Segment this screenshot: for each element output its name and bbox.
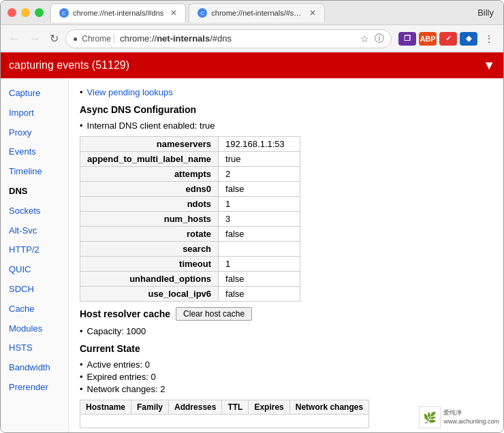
ext-icon-abp[interactable]: ABP: [419, 32, 437, 46]
table-row: ndots1: [80, 197, 300, 212]
dns-value: 1: [219, 257, 300, 272]
dns-value: 1: [219, 197, 300, 212]
sidebar-item-altsvc[interactable]: Alt-Svc: [1, 221, 68, 241]
brand-text: Chrome: [82, 34, 114, 44]
dns-key: rotate: [80, 227, 219, 242]
table-row: attempts2: [80, 167, 300, 182]
view-pending-item: • View pending lookups: [80, 87, 492, 97]
dns-key: use_local_ipv6: [80, 287, 219, 302]
dns-key: edns0: [80, 182, 219, 197]
content-area: • View pending lookups Async DNS Configu…: [69, 78, 503, 433]
bullet: •: [80, 384, 83, 394]
dns-key: timeout: [80, 257, 219, 272]
sidebar-item-events[interactable]: Events: [1, 142, 68, 162]
url-path: /#dns: [210, 33, 232, 44]
ext-icon-4[interactable]: ◆: [460, 32, 477, 46]
back-button[interactable]: ←: [6, 31, 22, 46]
dns-key: unhandled_options: [80, 272, 219, 287]
tab-title-dns: chrome://net-internals/#dns: [73, 9, 163, 17]
host-resolver-label: Host resolver cache: [80, 308, 170, 319]
nc-header: Family: [131, 400, 169, 415]
banner-arrow[interactable]: ▼: [483, 59, 495, 73]
view-pending-link[interactable]: View pending lookups: [87, 87, 173, 97]
table-row: num_hosts3: [80, 212, 300, 227]
table-row: nameservers192.168.1.1:53: [80, 137, 300, 152]
capacity-text: Capacity: 1000: [87, 326, 146, 336]
table-row: unhandled_optionsfalse: [80, 272, 300, 287]
ext-icon-3[interactable]: ✓: [439, 32, 457, 46]
forward-button[interactable]: →: [27, 31, 43, 46]
dns-key: num_hosts: [80, 212, 219, 227]
browser-window: C chrome://net-internals/#dns ✕ C chrome…: [0, 0, 504, 433]
sidebar-item-sdch[interactable]: SDCH: [1, 280, 68, 300]
bullet-2: •: [80, 121, 83, 131]
nc-header: Network changes: [289, 400, 368, 415]
sidebar-item-bandwidth[interactable]: Bandwidth: [1, 358, 68, 378]
sidebar-item-proxy[interactable]: Proxy: [1, 123, 68, 143]
star-icon[interactable]: ☆: [360, 33, 369, 44]
sidebar-item-import[interactable]: Import: [1, 103, 68, 123]
dns-value: 192.168.1.1:53: [219, 137, 300, 152]
sidebar-item-dns[interactable]: DNS: [1, 182, 68, 202]
window-buttons: [7, 8, 44, 17]
tab-dns[interactable]: C chrome://net-internals/#dns ✕: [50, 3, 186, 22]
tabs-bar: C chrome://net-internals/#dns ✕ C chrome…: [50, 3, 477, 22]
dns-value: false: [219, 272, 300, 287]
dns-value: false: [219, 287, 300, 302]
sidebar-item-quic[interactable]: QUIC: [1, 260, 68, 280]
nc-header: Expires: [249, 400, 289, 415]
minimize-button[interactable]: [21, 8, 30, 17]
maximize-button[interactable]: [35, 8, 44, 17]
close-button[interactable]: [7, 8, 16, 17]
sidebar-item-hsts[interactable]: HSTS: [1, 338, 68, 358]
dns-value: false: [219, 182, 300, 197]
sidebar-item-timeline[interactable]: Timeline: [1, 162, 68, 182]
ext-icon-1[interactable]: ❒: [398, 32, 416, 46]
internal-dns-text: Internal DNS client enabled: true: [87, 121, 215, 131]
list-item: •Expired entries: 0: [80, 372, 492, 382]
host-resolver-cache-row: Host resolver cache Clear host cache: [80, 307, 492, 321]
dns-value: true: [219, 152, 300, 167]
table-row: search: [80, 242, 300, 257]
async-dns-title: Async DNS Configuration: [80, 104, 492, 115]
state-item-text: Network changes: 2: [87, 384, 166, 394]
user-name: Billy: [477, 7, 497, 18]
watermark-text: 爱纯净 www.aichunling.com: [443, 408, 499, 426]
address-input[interactable]: ● Chrome chrome://net-internals/#dns ☆ ⓘ: [65, 29, 392, 48]
title-bar: C chrome://net-internals/#dns ✕ C chrome…: [1, 1, 503, 25]
tab-close-sockets[interactable]: ✕: [309, 8, 316, 18]
nc-header: Addresses: [169, 400, 222, 415]
nc-header: Hostname: [80, 400, 131, 415]
table-row: append_to_multi_label_nametrue: [80, 152, 300, 167]
sidebar-item-sockets[interactable]: Sockets: [1, 202, 68, 221]
tab-close-dns[interactable]: ✕: [170, 8, 177, 18]
url-scheme: chrome://: [120, 33, 157, 44]
dns-key: nameservers: [80, 137, 219, 152]
sidebar-item-modules[interactable]: Modules: [1, 319, 68, 339]
dns-key: search: [80, 242, 219, 257]
dns-value: [219, 242, 300, 257]
tab-sockets[interactable]: C chrome://net-internals/#socke... ✕: [189, 3, 325, 22]
sidebar-item-http2[interactable]: HTTP/2: [1, 240, 68, 260]
state-item-text: Expired entries: 0: [87, 372, 156, 382]
more-button[interactable]: ⋮: [480, 30, 498, 48]
clear-host-cache-button[interactable]: Clear host cache: [176, 307, 252, 321]
dns-value: false: [219, 227, 300, 242]
table-row: timeout1: [80, 257, 300, 272]
sidebar-item-prerender[interactable]: Prerender: [1, 378, 68, 398]
info-icon[interactable]: ⓘ: [375, 33, 384, 45]
table-row: edns0false: [80, 182, 300, 197]
network-changes-table: HostnameFamilyAddressesTTLExpiresNetwork…: [80, 400, 369, 428]
sidebar-item-capture[interactable]: Capture: [1, 84, 68, 103]
watermark: 🌿 爱纯净 www.aichunling.com: [419, 406, 499, 428]
sidebar-item-cache[interactable]: Cache: [1, 300, 68, 319]
table-row: rotatefalse: [80, 227, 300, 242]
address-icons: ☆ ⓘ: [360, 33, 384, 45]
reload-button[interactable]: ↻: [47, 31, 61, 46]
toolbar-icons: ❒ ABP ✓ ◆ ⋮: [398, 30, 498, 48]
bullet-3: •: [80, 326, 83, 336]
current-state-title: Current State: [80, 343, 492, 354]
dns-key: ndots: [80, 197, 219, 212]
dns-key: attempts: [80, 167, 219, 182]
address-text: chrome://net-internals/#dns: [120, 33, 356, 44]
